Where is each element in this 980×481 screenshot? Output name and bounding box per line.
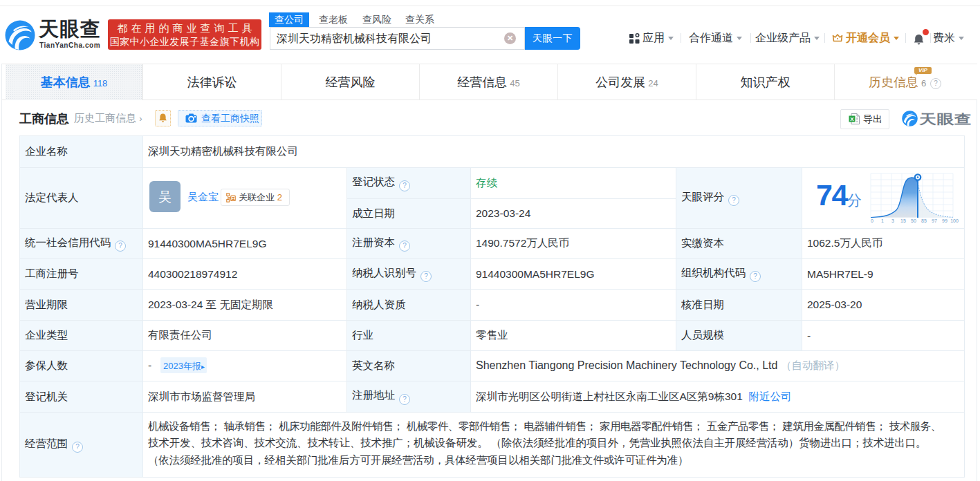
svg-text:0: 0: [871, 218, 873, 223]
svg-text:3: 3: [891, 218, 894, 223]
svg-text:100: 100: [950, 218, 959, 223]
svg-text:50: 50: [911, 218, 916, 223]
svg-text:85: 85: [921, 218, 927, 223]
svg-text:99: 99: [942, 218, 947, 223]
svg-text:1: 1: [881, 218, 884, 223]
svg-text:X: X: [850, 116, 854, 122]
svg-text:15: 15: [900, 218, 906, 223]
svg-text:97: 97: [932, 218, 937, 223]
